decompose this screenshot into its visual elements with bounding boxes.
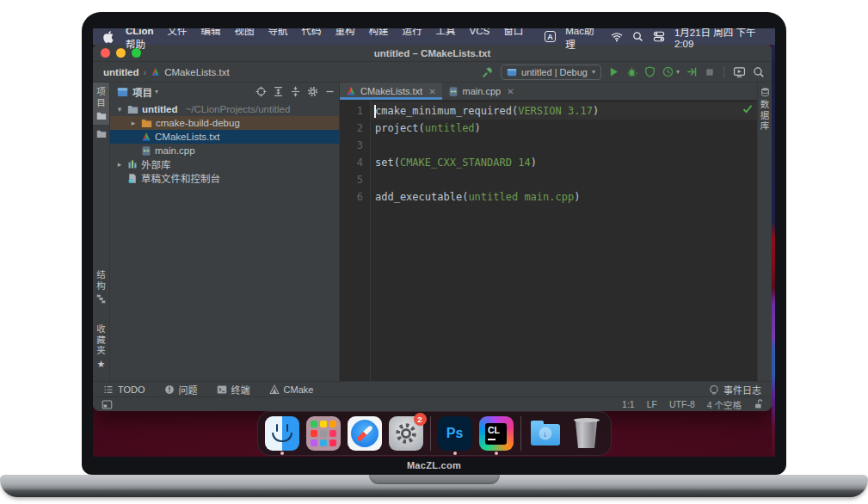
tool-window-tab-favorites[interactable]: 收藏夹 ★ xyxy=(95,320,108,375)
tree-row[interactable]: ++main.cpp xyxy=(110,144,339,157)
menu-bar-clock[interactable]: 1月21日 周四 下午2:09 xyxy=(674,28,768,49)
profiler-chevron-icon[interactable]: ▾ xyxy=(676,68,680,76)
structure-icon xyxy=(96,294,106,304)
photoshop-glyph: Ps xyxy=(446,426,464,441)
cmakemono-icon xyxy=(269,384,280,395)
assistant-menu-item[interactable]: Mac助理 xyxy=(565,28,601,51)
clion-window: untitled – CMakeLists.txt untitled › CMa… xyxy=(93,45,772,411)
menu-item-7[interactable]: 构建 xyxy=(362,28,396,36)
code-content[interactable]: cmake_minimum_required(VERSION 3.17)proj… xyxy=(371,100,757,381)
dock-icon-trash[interactable] xyxy=(569,416,604,451)
tree-row[interactable]: ▸cmake-build-debug xyxy=(110,116,339,130)
close-tab-icon[interactable]: ✕ xyxy=(507,87,514,96)
code-line[interactable] xyxy=(371,137,757,154)
tree-chevron-icon[interactable]: ▾ xyxy=(115,105,124,114)
menu-item-1[interactable]: 文件 xyxy=(161,28,194,36)
expand-all-icon[interactable] xyxy=(273,86,284,97)
tool-window-button-终端[interactable]: 终端 xyxy=(217,383,250,396)
menu-item-8[interactable]: 运行 xyxy=(396,28,429,36)
dock-icon-launchpad[interactable] xyxy=(306,416,341,451)
tool-window-tab-project[interactable]: 项目 xyxy=(93,83,109,125)
code-line[interactable]: set(CMAKE_CXX_STANDARD 14) xyxy=(371,154,757,171)
right-tool-window-stripe: 数据库 xyxy=(757,83,772,381)
menu-item-6[interactable]: 重构 xyxy=(329,28,362,36)
run-button[interactable] xyxy=(608,66,619,77)
menu-item-3[interactable]: 视图 xyxy=(228,28,262,36)
dock-icon-finder[interactable] xyxy=(265,416,299,451)
search-everywhere-icon[interactable] xyxy=(753,66,765,78)
code-line[interactable]: project(untitled) xyxy=(371,120,757,137)
stop-button[interactable] xyxy=(705,67,715,77)
spotlight-search-icon[interactable] xyxy=(632,31,643,42)
svg-text:++: ++ xyxy=(450,89,457,95)
dock-icon-safari[interactable] xyxy=(348,416,382,451)
menu-item-4[interactable]: 导航 xyxy=(262,28,295,36)
menu-item-11[interactable]: 窗口 xyxy=(496,28,530,36)
cmake-icon xyxy=(141,132,151,142)
indent-widget[interactable]: 4 个空格 xyxy=(707,398,742,411)
project-tool-window: 项目 ▾ ▾untitled~/CLionProjects/untitled▸c… xyxy=(110,83,340,381)
collapse-all-icon[interactable] xyxy=(290,86,301,97)
tool-window-tab-structure[interactable]: 结构 xyxy=(95,266,108,308)
locate-file-icon[interactable] xyxy=(255,86,267,97)
menu-item-9[interactable]: 工具 xyxy=(429,28,463,36)
tool-window-button-TODO[interactable]: TODO xyxy=(103,384,145,395)
menu-item-app[interactable]: CLion xyxy=(119,28,161,36)
apple-menu-icon[interactable] xyxy=(103,31,114,43)
tree-chevron-icon[interactable]: ▸ xyxy=(129,119,138,127)
hide-panel-icon[interactable] xyxy=(324,86,336,97)
project-panel-title[interactable]: 项目 xyxy=(132,85,152,99)
left-tool-window-stripe: 项目 结构 收藏夹 xyxy=(93,83,110,381)
menu-item-10[interactable]: VCS xyxy=(463,28,497,36)
menu-item-2[interactable]: 编辑 xyxy=(194,28,228,36)
run-anything-icon[interactable] xyxy=(733,66,746,78)
cmake-file-icon xyxy=(151,67,160,77)
editor-tab[interactable]: ++main.cpp✕ xyxy=(442,83,520,100)
close-tab-icon[interactable]: ✕ xyxy=(428,87,435,96)
dock-icon-downloads[interactable]: ↓ xyxy=(528,416,563,451)
event-log-button[interactable]: 事件日志 xyxy=(709,383,761,396)
settings-gear-icon[interactable] xyxy=(307,86,318,97)
code-line[interactable]: add_executable(untitled main.cpp) xyxy=(371,188,757,206)
encoding-widget[interactable]: UTF-8 xyxy=(669,399,695,409)
lock-icon[interactable] xyxy=(754,399,763,409)
dock-icon-photoshop[interactable]: Ps xyxy=(438,416,472,451)
line-separator-widget[interactable]: LF xyxy=(647,399,657,409)
code-editor[interactable]: 123456 cmake_minimum_required(VERSION 3.… xyxy=(340,100,757,381)
breadcrumb-project[interactable]: untitled xyxy=(103,67,139,77)
dock-icon-prefs[interactable]: 2 xyxy=(389,416,423,451)
run-with-coverage-button[interactable] xyxy=(644,66,656,77)
tool-window-tab-commit[interactable] xyxy=(96,125,107,143)
build-hammer-icon[interactable] xyxy=(482,66,494,78)
run-configuration-select[interactable]: untitled | Debug ▾ xyxy=(501,65,601,80)
code-line[interactable]: cmake_minimum_required(VERSION 3.17) xyxy=(371,102,757,120)
debug-button[interactable] xyxy=(626,66,637,77)
left-stripe-bottom-group: 结构 收藏夹 ★ xyxy=(95,266,108,382)
wifi-icon[interactable] xyxy=(611,32,623,42)
attach-to-process-button[interactable] xyxy=(686,66,698,77)
chevron-down-icon[interactable]: ▾ xyxy=(155,88,158,95)
dock-icon-clion[interactable]: CL xyxy=(479,416,514,451)
tool-window-button-CMake[interactable]: CMake xyxy=(269,384,314,395)
menu-item-12[interactable]: 帮助 xyxy=(119,40,152,50)
tree-row[interactable]: ▸外部库 xyxy=(110,157,339,171)
control-center-icon[interactable] xyxy=(653,31,665,42)
breadcrumb-file[interactable]: CMakeLists.txt xyxy=(164,67,229,77)
tree-item-label: 外部库 xyxy=(141,157,171,171)
editor-tab[interactable]: CMakeLists.txt✕ xyxy=(340,83,442,100)
caret-position-widget[interactable]: 1:1 xyxy=(622,399,635,409)
input-source-icon[interactable]: A xyxy=(545,31,556,42)
run-toolbar: untitled | Debug ▾ xyxy=(482,65,765,80)
tool-window-button-问题[interactable]: 问题 xyxy=(164,383,198,396)
tool-window-tab-database[interactable]: 数据库 xyxy=(759,83,772,137)
tool-window-switcher-icon[interactable] xyxy=(102,399,113,410)
tree-chevron-icon[interactable]: ▸ xyxy=(115,160,124,169)
profiler-button[interactable] xyxy=(662,66,674,77)
menu-item-5[interactable]: 代码 xyxy=(295,28,329,36)
code-token: untitled xyxy=(425,122,475,134)
tree-row[interactable]: 草稿文件和控制台 xyxy=(110,171,339,185)
code-line[interactable] xyxy=(371,171,757,188)
tree-row[interactable]: ▾untitled~/CLionProjects/untitled xyxy=(110,102,339,116)
tree-row[interactable]: CMakeLists.txt xyxy=(110,130,339,144)
inspections-ok-icon[interactable] xyxy=(742,104,753,114)
